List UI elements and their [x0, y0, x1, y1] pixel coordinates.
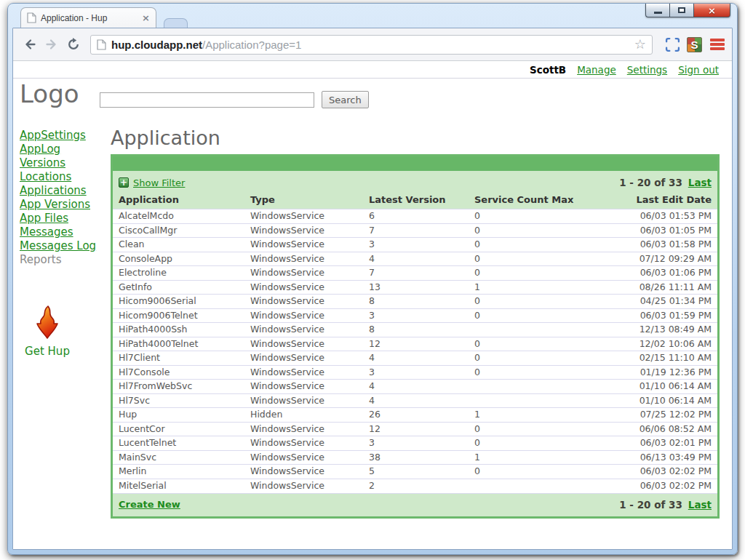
- cell-last-edit-date: 06/13 03:49 PM: [614, 450, 717, 465]
- cell-last-edit-date: 07/12 09:29 AM: [614, 252, 717, 266]
- titlebar: Application - Hup × ×: [8, 4, 737, 28]
- cell-latest-version: 5: [363, 465, 469, 479]
- table-row: LucentCorWindowsService12006/06 08:52 AM: [113, 422, 717, 436]
- sidebar-item-appsettings[interactable]: AppSettings: [20, 129, 108, 143]
- page-icon: [97, 39, 106, 50]
- cell-type: WindowsService: [244, 380, 363, 394]
- cell-last-edit-date: 06/03 01:58 PM: [614, 238, 717, 252]
- browser-tab[interactable]: Application - Hup ×: [20, 7, 156, 28]
- sidebar-item-applog[interactable]: AppLog: [20, 143, 108, 156]
- minimize-button[interactable]: [645, 4, 669, 17]
- cell-service-count-max: 0: [469, 238, 614, 252]
- pagination-last-link-top[interactable]: Last: [688, 177, 712, 188]
- sidebar-nav: AppSettingsAppLogVersionsLocationsApplic…: [20, 129, 108, 253]
- url-bar[interactable]: hup.cloudapp.net/Application?page=1 ☆: [90, 35, 653, 55]
- column-header-application: Application: [113, 190, 244, 209]
- cell-last-edit-date: 06/03 01:59 PM: [614, 308, 717, 323]
- cell-application: CiscoCallMgr: [113, 223, 244, 238]
- cell-latest-version: 12: [363, 422, 469, 436]
- masthead: Logo Search: [13, 79, 732, 120]
- cell-last-edit-date: 06/03 01:05 PM: [614, 223, 717, 238]
- sidebar-item-app-versions[interactable]: App Versions: [20, 198, 108, 212]
- fullscreen-extension-button[interactable]: [665, 37, 680, 52]
- chrome-menu-button[interactable]: [710, 39, 725, 50]
- sidebar-item-app-files[interactable]: App Files: [20, 212, 108, 225]
- account-bar: ScottB ManageSettingsSign out: [13, 62, 732, 79]
- logo: Logo: [20, 79, 79, 108]
- reload-button[interactable]: [64, 35, 83, 54]
- sidebar-item-applications[interactable]: Applications: [20, 184, 108, 198]
- table-row: Hl7FromWebSvcWindowsService401/10 06:14 …: [113, 380, 717, 394]
- column-header-last-edit-date: Last Edit Date: [614, 190, 717, 209]
- cell-latest-version: 3: [363, 238, 469, 252]
- cell-latest-version: 38: [363, 450, 469, 465]
- sidebar-item-messages-log[interactable]: Messages Log: [20, 239, 108, 253]
- sign-out-link[interactable]: Sign out: [678, 64, 719, 76]
- back-button[interactable]: [20, 35, 39, 54]
- get-hup-link[interactable]: Get Hup: [20, 305, 75, 358]
- cell-application: Hl7Console: [113, 365, 244, 380]
- column-header-type: Type: [244, 190, 363, 209]
- cell-service-count-max: 0: [469, 223, 614, 238]
- cell-application: AlcatelMcdo: [113, 209, 244, 224]
- cell-type: WindowsService: [244, 479, 363, 493]
- cell-service-count-max: 0: [469, 422, 614, 436]
- table-row: Hl7ClientWindowsService4002/15 11:10 AM: [113, 351, 717, 366]
- cell-service-count-max: 0: [469, 266, 614, 281]
- expand-plus-icon[interactable]: +: [119, 177, 129, 188]
- forward-button[interactable]: [42, 35, 61, 54]
- cell-latest-version: 7: [363, 266, 469, 281]
- pagination-range-top: 1 - 20 of 33: [619, 177, 682, 188]
- cell-last-edit-date: 12/02 10:06 AM: [614, 337, 717, 351]
- cell-service-count-max: 0: [469, 351, 614, 366]
- sidebar-item-locations[interactable]: Locations: [20, 170, 108, 184]
- cell-latest-version: 8: [363, 323, 469, 337]
- cell-application: Hup: [113, 408, 244, 423]
- cell-type: WindowsService: [244, 337, 363, 351]
- cell-latest-version: 13: [363, 280, 469, 295]
- cell-latest-version: 4: [363, 252, 469, 266]
- cell-last-edit-date: 01/10 06:14 AM: [614, 393, 717, 408]
- table-row: HiPath4000SshWindowsService812/13 08:49 …: [113, 323, 717, 337]
- cell-latest-version: 4: [363, 380, 469, 394]
- sidebar-item-messages[interactable]: Messages: [20, 225, 108, 239]
- tab-close-icon[interactable]: ×: [142, 13, 150, 23]
- sidebar-item-versions[interactable]: Versions: [20, 156, 108, 170]
- table-row: CiscoCallMgrWindowsService7006/03 01:05 …: [113, 223, 717, 238]
- cell-last-edit-date: 06/03 02:02 PM: [614, 479, 717, 493]
- cell-service-count-max: 0: [469, 252, 614, 266]
- cell-application: HiPath4000Telnet: [113, 337, 244, 351]
- tab-title: Application - Hup: [41, 13, 142, 23]
- flame-arrow-icon: [34, 305, 60, 340]
- cell-service-count-max: 1: [469, 408, 614, 423]
- cell-application: LucentCor: [113, 422, 244, 436]
- sidebar: AppSettingsAppLogVersionsLocationsApplic…: [13, 120, 108, 519]
- cell-service-count-max: 0: [469, 436, 614, 451]
- cell-last-edit-date: 12/13 08:49 AM: [614, 323, 717, 337]
- pagination-last-link-bottom[interactable]: Last: [688, 499, 712, 511]
- cell-service-count-max: [469, 323, 614, 337]
- table-row: ConsoleAppWindowsService4007/12 09:29 AM: [113, 252, 717, 266]
- cell-application: ConsoleApp: [113, 252, 244, 266]
- page-title: Application: [111, 127, 720, 149]
- cell-type: WindowsService: [244, 223, 363, 238]
- manage-link[interactable]: Manage: [577, 64, 616, 76]
- bookmark-star-icon[interactable]: ☆: [634, 38, 646, 51]
- cell-service-count-max: 0: [469, 295, 614, 309]
- search-button[interactable]: Search: [322, 91, 369, 108]
- maximize-button[interactable]: [669, 4, 693, 17]
- cell-application: Hicom9006Telnet: [113, 308, 244, 323]
- cell-application: Hl7Svc: [113, 393, 244, 408]
- close-button[interactable]: ×: [693, 4, 730, 17]
- cell-last-edit-date: 06/03 01:06 PM: [614, 266, 717, 281]
- new-tab-button[interactable]: [164, 18, 188, 28]
- table-header-row: ApplicationTypeLatest VersionService Cou…: [113, 190, 717, 209]
- show-filter-link[interactable]: Show Filter: [133, 177, 185, 188]
- pagination-range-bottom: 1 - 20 of 33: [619, 499, 682, 511]
- search-input[interactable]: [100, 92, 314, 108]
- settings-link[interactable]: Settings: [627, 64, 667, 76]
- cell-application: MitelSerial: [113, 479, 244, 493]
- s-extension-button[interactable]: S: [687, 37, 702, 52]
- create-new-link[interactable]: Create New: [119, 499, 180, 510]
- menu-bar-icon: [710, 39, 725, 41]
